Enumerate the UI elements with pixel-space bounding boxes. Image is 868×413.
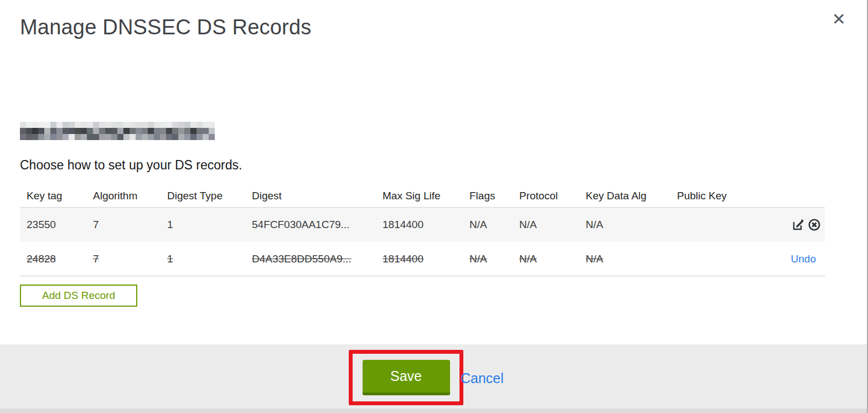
undo-link[interactable]: Undo [791, 253, 822, 265]
row-actions: Undo [747, 253, 825, 265]
cell-flags: N/A [463, 219, 513, 231]
instruction-text: Choose how to set up your DS records. [20, 158, 242, 173]
delete-icon[interactable] [807, 218, 822, 232]
cell-flags: N/A [463, 253, 513, 265]
column-header-digest: Digest [245, 190, 376, 202]
ds-records-table: Key tag Algorithm Digest Type Digest Max… [20, 184, 825, 276]
close-icon[interactable]: ✕ [832, 11, 846, 28]
column-header-key-tag: Key tag [20, 190, 86, 202]
table-row-deleted: 24828 7 1 D4A33E8DD550A9... 1814400 N/A … [20, 242, 825, 276]
cell-protocol: N/A [513, 219, 579, 231]
modal-footer: Save Cancel [0, 344, 867, 409]
cell-digest-type: 1 [161, 253, 245, 265]
page-title: Manage DNSSEC DS Records [20, 16, 311, 39]
table-header-row: Key tag Algorithm Digest Type Digest Max… [20, 184, 825, 208]
edit-icon[interactable] [791, 218, 805, 232]
cell-digest-type: 1 [161, 219, 245, 231]
cell-protocol: N/A [513, 253, 579, 265]
cancel-link[interactable]: Cancel [461, 370, 504, 386]
modal-bottom-edge [0, 409, 867, 413]
column-header-public-key: Public Key [670, 190, 747, 202]
manage-dnssec-modal: Manage DNSSEC DS Records ✕ Choose how to… [0, 0, 868, 413]
cell-algorithm: 7 [86, 253, 161, 265]
annotation-highlight-box: Save [349, 350, 463, 405]
cell-digest: 54FCF030AA1C79... [245, 219, 376, 231]
column-header-digest-type: Digest Type [161, 190, 245, 202]
cell-key-tag: 23550 [20, 219, 86, 231]
cell-key-data-alg: N/A [579, 253, 670, 265]
cell-key-data-alg: N/A [579, 219, 670, 231]
table-row: 23550 7 1 54FCF030AA1C79... 1814400 N/A … [20, 208, 825, 242]
column-header-max-sig-life: Max Sig Life [376, 190, 463, 202]
redacted-domain-name [20, 122, 215, 140]
save-button[interactable]: Save [363, 360, 450, 395]
cell-max-sig-life: 1814400 [376, 253, 463, 265]
cell-key-tag: 24828 [20, 253, 86, 265]
column-header-key-data-alg: Key Data Alg [579, 190, 670, 202]
cell-digest: D4A33E8DD550A9... [245, 253, 376, 265]
add-ds-record-button[interactable]: Add DS Record [20, 285, 137, 307]
column-header-protocol: Protocol [513, 190, 579, 202]
row-actions [747, 218, 825, 232]
cell-max-sig-life: 1814400 [376, 219, 463, 231]
column-header-flags: Flags [463, 190, 513, 202]
cell-algorithm: 7 [86, 219, 161, 231]
column-header-algorithm: Algorithm [86, 190, 161, 202]
